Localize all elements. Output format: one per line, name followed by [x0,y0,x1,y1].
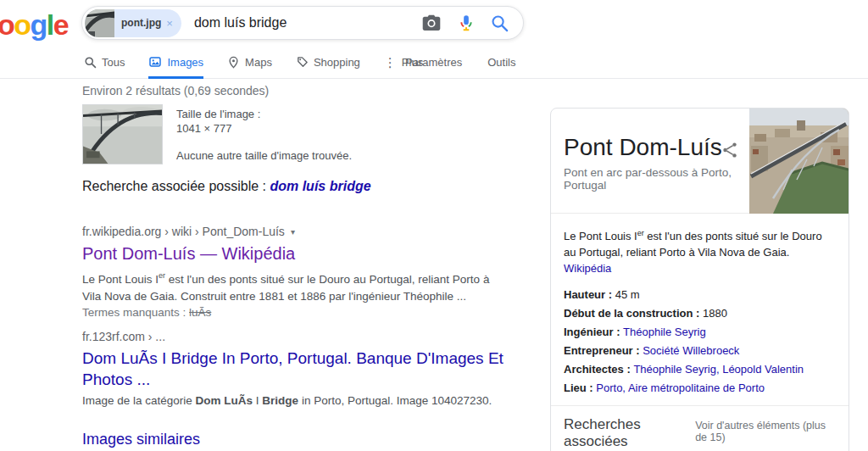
knowledge-panel-title: Pont Dom-Luís [564,134,722,161]
result-title-link[interactable]: Pont Dom-Luís — Wikipédia [82,242,523,264]
knowledge-panel-photo[interactable] [749,109,849,214]
search-query-text[interactable]: dom luís bridge [194,15,287,31]
settings-menu[interactable]: Paramètres [405,56,462,69]
result-breadcrumb[interactable]: fr.wikipedia.org › wiki › Pont_Dom-Luís … [82,225,295,238]
missing-terms: Termes manquants : luÃs [82,306,523,319]
image-query-chip[interactable]: pont.jpg × [85,9,181,37]
fact-architectes: ArchitectesThéophile Seyrig, Léopold Val… [564,364,836,375]
fact-ingenieur: IngénieurThéophile Seyrig [564,326,836,337]
see-more-link[interactable]: Voir d'autres éléments (plus de 15) [695,420,836,443]
tag-icon [296,56,309,69]
result-snippet: Image de la catégorie Dom LuÃs I Bridge … [82,393,508,409]
chevron-down-icon[interactable]: ▾ [291,227,295,237]
tab-shopping[interactable]: Shopping [296,46,360,79]
fact-entrepreneur: EntrepreneurSociété Willebroeck [564,345,836,356]
results-nav: Tous Images Maps Shopping ⋮ [0,46,868,79]
chip-filename: pont.jpg [114,17,164,29]
knowledge-panel-subtitle: Pont en arc par-dessous à Porto, Portuga… [564,166,746,192]
tab-images[interactable]: Images [148,46,203,79]
search-icon[interactable] [490,14,509,33]
google-logo[interactable]: Google [0,8,68,42]
result-snippet: Le Pont Louis Ier est l'un des ponts sit… [82,267,508,305]
no-other-sizes-text: Aucune autre taille d'image trouvée. [176,148,352,163]
tab-label: Shopping [314,56,360,69]
search-bar[interactable]: pont.jpg × dom luís bridge [81,6,524,40]
tab-label: Images [167,56,203,69]
knowledge-panel: Pont Dom-Luís Pont en arc par-dessous à … [550,108,849,451]
image-size-value: 1041 × 777 [176,121,352,136]
search-icon [84,56,97,69]
results-count: Environ 2 résultats (0,69 secondes) [82,84,523,97]
result-title-link[interactable]: Dom LuÃs I Bridge In Porto, Portugal. Ba… [82,348,520,390]
chip-bridge-thumbnail [85,9,114,37]
camera-icon[interactable] [420,12,442,34]
tab-label: Maps [245,56,272,69]
facts-list: Hauteur45 m Début de la construction1880… [564,289,836,393]
results-column: Environ 2 résultats (0,69 secondes) Tail… [82,84,523,451]
microphone-icon[interactable] [457,14,476,32]
search-result-wikipedia: fr.wikipedia.org › wiki › Pont_Dom-Luís … [82,224,523,319]
related-searches-title: Recherches associées [564,416,688,450]
tab-label: Tous [102,56,125,69]
more-vertical-icon: ⋮ [384,56,397,69]
related-search-prefix: Recherche associée possible : [82,179,270,193]
similar-images-link[interactable]: Images similaires [82,431,200,448]
result-breadcrumb[interactable]: fr.123rf.com › ... [82,330,165,343]
tools-menu[interactable]: Outils [487,56,515,69]
tab-tous[interactable]: Tous [84,46,125,79]
image-size-label: Taille de l'image : [176,107,352,121]
fact-hauteur: Hauteur45 m [564,289,836,300]
wikipedia-link[interactable]: Wikipédia [564,262,611,275]
knowledge-panel-description: Le Pont Louis Ier est l'un des ponts sit… [564,226,836,276]
images-icon [148,55,162,69]
share-icon[interactable] [721,141,739,159]
chip-close-icon[interactable]: × [164,17,181,30]
search-result-123rf: fr.123rf.com › ... Dom LuÃs I Bridge In … [82,329,523,409]
uploaded-image-preview[interactable] [82,104,163,164]
fact-debut-construction: Début de la construction1880 [564,308,836,319]
location-pin-icon [227,56,240,69]
tab-maps[interactable]: Maps [227,46,272,79]
missing-term: luÃs [189,306,211,319]
related-search-link[interactable]: dom luís bridge [270,179,370,193]
fact-lieu: LieuPorto, Aire métropolitaine de Porto [564,382,836,393]
divider [551,405,849,406]
